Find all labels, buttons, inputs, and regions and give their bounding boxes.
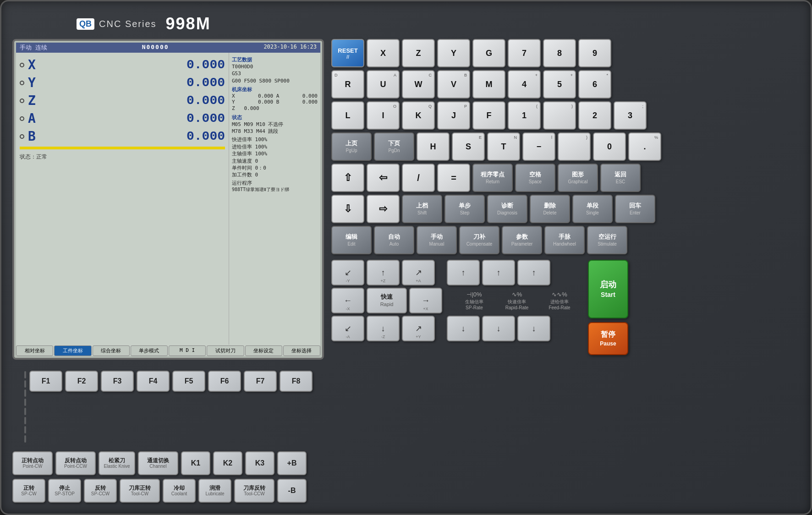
btn-tool-ccw[interactable]: 刀库反转Tool-CCW [234, 479, 274, 503]
btn-point-cw[interactable]: 正转点动Point-CW [12, 451, 53, 475]
jog-minus-z[interactable]: ↓ -Z [367, 316, 400, 341]
pgup-key[interactable]: 上页PgUp [331, 132, 372, 161]
pgdn-key[interactable]: 下页PgDn [374, 132, 414, 161]
minus-b-key[interactable]: -B [277, 479, 307, 503]
step-key[interactable]: 单步Step [444, 195, 485, 223]
manual-key[interactable]: 手动Manual [417, 226, 457, 254]
key-5[interactable]: +5 [543, 70, 576, 99]
btn-elastic[interactable]: 松紧刀Elastic Knive [99, 451, 135, 475]
key-y[interactable]: Y [437, 39, 470, 67]
btn-tool-cw[interactable]: 刀库正转Tool-CW [120, 479, 160, 503]
space-key[interactable]: 空格Space [515, 164, 555, 192]
k3-key[interactable]: K3 [245, 451, 274, 475]
key-2[interactable]: 2 [578, 101, 611, 130]
key-v[interactable]: BV [437, 70, 470, 99]
esc-key[interactable]: 返回ESC [600, 164, 641, 192]
jog-plus-z[interactable]: ↑ +Z [367, 260, 400, 285]
tab-composite[interactable]: 综合坐标 [93, 345, 130, 356]
k1-key[interactable]: K1 [181, 451, 210, 475]
key-g[interactable]: G [472, 39, 505, 67]
enter-key[interactable]: 回车Enter [615, 195, 655, 223]
key-1[interactable]: (1 [508, 101, 541, 130]
key-shift-right[interactable]: ⇨ [367, 195, 400, 223]
key-z[interactable]: Z [402, 39, 435, 67]
diagnosis-key[interactable]: 诊断Diagnosis [487, 195, 527, 223]
key-shift-left[interactable]: ⇦ [367, 164, 400, 192]
key-m[interactable]: M [472, 70, 505, 99]
key-s[interactable]: ES [452, 132, 485, 161]
tab-mdi[interactable]: M D I [169, 345, 206, 356]
key-3[interactable]: ;3 [614, 101, 647, 130]
f6-key[interactable]: F6 [208, 371, 241, 392]
f1-key[interactable]: F1 [29, 371, 62, 392]
key-f[interactable]: F [472, 101, 505, 130]
jog-up-1[interactable]: ↑ [447, 260, 480, 285]
tab-row[interactable]: 相对坐标 工件坐标 综合坐标 单步模式 M D I 试切对刀 坐标设定 坐标选择 [16, 345, 320, 356]
jog-plus-y[interactable]: ↗ +Y [402, 316, 435, 341]
tab-trial[interactable]: 试切对刀 [207, 345, 244, 356]
key-w[interactable]: CW [402, 70, 435, 99]
f3-key[interactable]: F3 [101, 371, 134, 392]
pause-button[interactable]: 暂停 Pause [588, 322, 628, 355]
stimulate-key[interactable]: 空运行Stimulate [587, 226, 627, 254]
key-9[interactable]: 9 [578, 39, 611, 67]
key-8[interactable]: 8 [543, 39, 576, 67]
key-minus[interactable]: l− [522, 132, 555, 161]
rapid-btn[interactable]: 快速 Rapid [367, 288, 407, 313]
jog-minus-x[interactable]: ← -X [331, 288, 364, 313]
key-shift-down[interactable]: ⇩ [331, 195, 364, 223]
start-button[interactable]: 启动 Start [588, 260, 628, 318]
parameter-key[interactable]: 参数Parameter [502, 226, 542, 254]
tab-step[interactable]: 单步模式 [131, 345, 168, 356]
f4-key[interactable]: F4 [137, 371, 170, 392]
key-paren[interactable]: ) [543, 101, 576, 130]
key-6[interactable]: *6 [578, 70, 611, 99]
key-4[interactable]: +4 [508, 70, 541, 99]
f7-key[interactable]: F7 [244, 371, 277, 392]
jog-plus-a[interactable]: ↗ +A [402, 260, 435, 285]
tab-relative[interactable]: 相对坐标 [16, 345, 53, 356]
key-x[interactable]: X [367, 39, 400, 67]
key-close-paren[interactable]: ) [558, 132, 591, 161]
jog-minus-a[interactable]: ↙ -A [331, 316, 364, 341]
tab-coord-set[interactable]: 坐标设定 [245, 345, 282, 356]
delete-key[interactable]: 删除Delete [530, 195, 570, 223]
jog-up-2[interactable]: ↑ [482, 260, 515, 285]
return-key[interactable]: 程序零点Return [472, 164, 513, 192]
reset-key[interactable]: RESET // [331, 39, 364, 67]
f5-key[interactable]: F5 [172, 371, 205, 392]
key-7[interactable]: 7 [508, 39, 541, 67]
shift-key[interactable]: 上档Shift [402, 195, 442, 223]
jog-down-3[interactable]: ↓ [517, 316, 550, 341]
key-h[interactable]: H [417, 132, 450, 161]
key-r[interactable]: DR [331, 70, 364, 99]
btn-lubricate[interactable]: 润滑Lubricate [198, 479, 231, 503]
plus-b-key[interactable]: +B [277, 451, 307, 475]
f2-key[interactable]: F2 [65, 371, 98, 392]
btn-sp-ccw[interactable]: 反转SP-CCW [84, 479, 117, 503]
single-key[interactable]: 单段Single [572, 195, 613, 223]
key-shift-up[interactable]: ⇧ [331, 164, 364, 192]
key-dot[interactable]: %. [628, 132, 661, 161]
btn-channel[interactable]: 通道切换Channel [138, 451, 178, 475]
f8-key[interactable]: F8 [280, 371, 313, 392]
btn-coolant[interactable]: 冷却Coolant [163, 479, 196, 503]
key-k[interactable]: QK [402, 101, 435, 130]
edit-key[interactable]: 编辑Edit [331, 226, 372, 254]
compensate-key[interactable]: 刀补Compensate [459, 226, 499, 254]
tab-workpiece[interactable]: 工件坐标 [54, 345, 91, 356]
jog-plus-x[interactable]: → +X [409, 288, 442, 313]
tab-coord-sel[interactable]: 坐标选择 [283, 345, 320, 356]
auto-key[interactable]: 自动Auto [374, 226, 414, 254]
graphical-key[interactable]: 图形Graphical [558, 164, 598, 192]
key-slash[interactable]: / [402, 164, 435, 192]
key-t[interactable]: NT [487, 132, 520, 161]
key-u[interactable]: AU [367, 70, 400, 99]
jog-minus-y[interactable]: ↙ -Y [331, 260, 364, 285]
btn-sp-cw[interactable]: 正转SP-CW [12, 479, 45, 503]
key-i[interactable]: OI [367, 101, 400, 130]
btn-sp-stop[interactable]: 停止SP-STOP [48, 479, 81, 503]
k2-key[interactable]: K2 [213, 451, 242, 475]
jog-down-2[interactable]: ↓ [482, 316, 515, 341]
handwheel-key[interactable]: 手脉Handwheel [544, 226, 585, 254]
